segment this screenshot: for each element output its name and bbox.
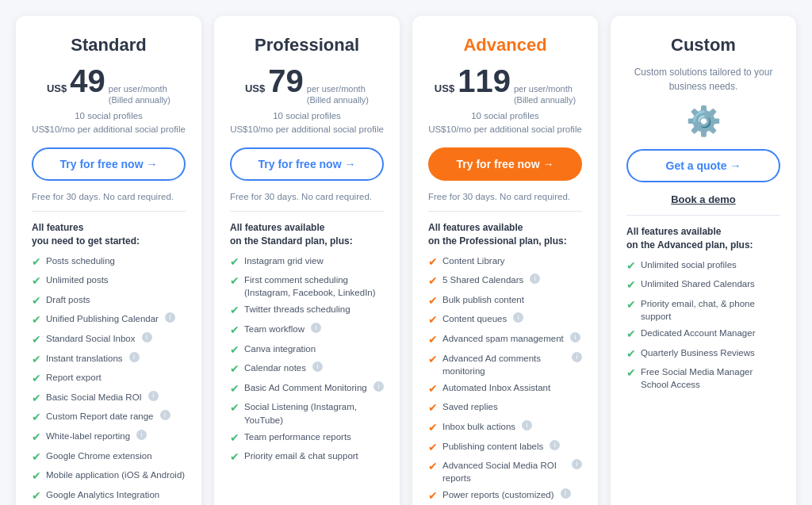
feature-item: ✔First comment scheduling (Instagram, Fa… — [230, 274, 384, 299]
price-suffix: per user/month (Billed annually) — [307, 83, 369, 106]
feature-text: Free Social Media Manager School Access — [641, 365, 780, 391]
check-icon: ✔ — [626, 258, 636, 274]
feature-item: ✔Canva integration — [230, 342, 384, 358]
info-icon: i — [311, 323, 321, 333]
feature-item: ✔Draft posts — [32, 293, 186, 309]
feature-item: ✔Unlimited social profiles — [626, 258, 780, 274]
profile-info: 10 social profiles US$10/mo per addition… — [428, 109, 582, 137]
cta-button-professional[interactable]: Try for free now → — [230, 147, 384, 181]
check-icon: ✔ — [428, 332, 438, 348]
feature-text: Google Analytics Integration — [46, 488, 159, 501]
feature-item: ✔Bulk publish content — [428, 293, 582, 309]
check-icon: ✔ — [32, 450, 41, 465]
info-icon: i — [312, 362, 323, 372]
info-icon: i — [165, 312, 175, 323]
feature-item: ✔Unified Publishing Calendari — [32, 312, 186, 328]
feature-text: Twitter threads scheduling — [244, 303, 350, 316]
feature-item: ✔Instant translationsi — [32, 352, 186, 368]
profile-info: 10 social profiles US$10/mo per addition… — [230, 109, 384, 137]
check-icon: ✔ — [32, 274, 41, 289]
custom-gear-icon: ⚙️ — [626, 105, 780, 138]
check-icon: ✔ — [32, 371, 41, 387]
price-amount: 49 — [70, 65, 105, 97]
feature-text: Report export — [46, 371, 102, 384]
feature-text: Basic Social Media ROI — [46, 391, 142, 404]
feature-item: ✔Free Social Media Manager School Access — [626, 365, 780, 391]
feature-text: Content queues — [442, 312, 507, 325]
custom-description: Custom solutions tailored to your busine… — [626, 65, 780, 94]
plan-card-professional: ProfessionalUS$79per user/month (Billed … — [214, 16, 400, 505]
plan-card-standard: StandardUS$49per user/month (Billed annu… — [16, 16, 201, 505]
check-icon: ✔ — [32, 488, 41, 504]
feature-item: ✔Priority email, chat, & phone support — [626, 297, 780, 323]
check-icon: ✔ — [428, 312, 438, 328]
info-icon: i — [572, 459, 582, 469]
feature-text: White-label reporting — [46, 430, 130, 442]
price-amount: 119 — [458, 65, 511, 97]
info-icon: i — [572, 352, 582, 362]
check-icon: ✔ — [230, 450, 239, 465]
section-divider — [32, 211, 186, 212]
info-icon: i — [522, 420, 532, 430]
price-amount: 79 — [268, 65, 304, 97]
feature-item: ✔Twitter threads scheduling — [230, 303, 384, 319]
cta-button-standard[interactable]: Try for free now → — [32, 147, 186, 181]
profile-info: 10 social profiles US$10/mo per addition… — [32, 109, 186, 137]
check-icon: ✔ — [230, 254, 239, 270]
check-icon: ✔ — [230, 362, 239, 377]
check-icon: ✔ — [428, 293, 438, 309]
feature-item: ✔Custom Report date rangei — [32, 410, 186, 426]
feature-text: Advanced Ad comments monitoring — [442, 352, 565, 377]
features-header: All features available on the Profession… — [428, 221, 582, 248]
feature-text: Standard Social Inbox — [46, 332, 136, 345]
feature-text: Priority email, chat, & phone support — [641, 297, 780, 323]
feature-text: Automated Inbox Assistant — [442, 381, 550, 394]
cta-button-advanced[interactable]: Try for free now → — [428, 147, 582, 181]
book-demo-link[interactable]: Book a demo — [626, 193, 780, 205]
info-icon: i — [142, 332, 152, 342]
plan-title-professional: Professional — [230, 35, 384, 55]
check-icon: ✔ — [32, 430, 41, 446]
feature-text: Unlimited posts — [46, 274, 109, 286]
feature-item: ✔Advanced spam managementi — [428, 332, 582, 348]
features-header: All features available on the Advanced p… — [626, 225, 780, 252]
price-row-standard: US$49per user/month (Billed annually) — [32, 65, 186, 106]
feature-item: ✔Basic Social Media ROIi — [32, 391, 186, 407]
info-icon: i — [373, 381, 384, 392]
feature-item: ✔Content Library — [428, 254, 582, 270]
check-icon: ✔ — [230, 400, 239, 416]
feature-item: ✔Unlimited Shared Calendars — [626, 277, 780, 293]
feature-text: Calendar notes — [244, 362, 306, 374]
check-icon: ✔ — [428, 400, 438, 416]
check-icon: ✔ — [626, 297, 636, 313]
price-prefix: US$ — [435, 82, 454, 94]
feature-text: Team performance reports — [244, 430, 351, 443]
check-icon: ✔ — [626, 327, 636, 342]
feature-text: Dedicated Account Manager — [641, 327, 755, 339]
check-icon: ✔ — [230, 342, 239, 358]
feature-text: Advanced spam management — [442, 332, 564, 345]
feature-text: Unified Publishing Calendar — [46, 312, 159, 325]
check-icon: ✔ — [32, 293, 41, 309]
plan-title-standard: Standard — [32, 35, 186, 55]
check-icon: ✔ — [230, 323, 239, 339]
section-divider — [230, 211, 384, 212]
feature-item: ✔Google Chrome extension — [32, 450, 186, 465]
feature-item: ✔Basic Ad Comment Monitoringi — [230, 381, 384, 397]
check-icon: ✔ — [230, 430, 239, 446]
cta-button-custom[interactable]: Get a quote → — [626, 149, 780, 182]
feature-text: Priority email & chat support — [244, 450, 358, 462]
features-header: All features available on the Standard p… — [230, 221, 384, 248]
feature-text: Bulk publish content — [442, 293, 524, 306]
check-icon: ✔ — [32, 469, 41, 484]
feature-text: Instagram grid view — [244, 254, 324, 267]
plan-title-custom: Custom — [626, 35, 780, 55]
feature-text: Inbox bulk actions — [442, 420, 515, 433]
feature-item: ✔Social Listening (Instagram, YouTube) — [230, 400, 384, 426]
feature-text: Quarterly Business Reviews — [641, 346, 755, 359]
info-icon: i — [550, 440, 560, 450]
check-icon: ✔ — [32, 254, 41, 270]
feature-text: Saved replies — [442, 400, 498, 413]
check-icon: ✔ — [626, 365, 636, 381]
check-icon: ✔ — [32, 391, 41, 407]
